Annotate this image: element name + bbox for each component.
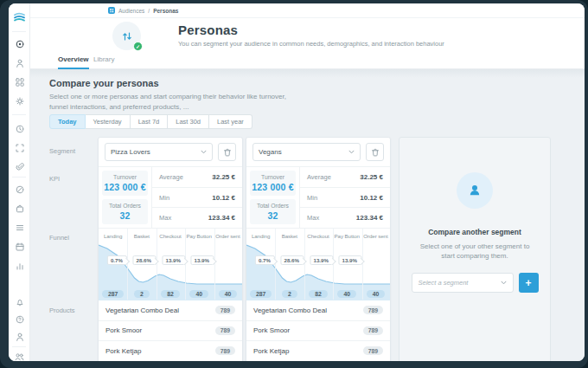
select-segment-dropdown[interactable]: Select a segment [412, 273, 514, 293]
product-count-badge: 789 [363, 306, 383, 314]
sidebar-item-history[interactable] [9, 125, 30, 133]
sidebar-item-statistics[interactable] [9, 261, 30, 270]
segment-select[interactable]: Vegans [252, 143, 361, 161]
funnel-stage: Checkout [156, 229, 184, 242]
funnel-stage: Pay Button [185, 229, 214, 242]
kpi-stat-row: Average32.25 € [300, 167, 390, 188]
sidebar-item-settings[interactable] [9, 97, 30, 106]
sidebar-divider [12, 177, 26, 178]
funnel-counts: 287 2 82 40 40 [246, 287, 390, 300]
filter-last7d[interactable]: Last 7d [131, 114, 169, 129]
kpi-panel: Turnover 123 000 € Total Orders 32 Avera… [99, 166, 242, 228]
product-row: Pork Ketjap789 [99, 340, 242, 361]
kpi-orders-label: Total Orders [252, 203, 294, 209]
sidebar-item-orders[interactable] [9, 223, 30, 232]
tab-bar: Overview Library [30, 52, 585, 69]
funnel-count-pill: 40 [219, 290, 238, 298]
product-name: Pork Smoor [253, 326, 290, 334]
filter-yesterday[interactable]: Yesterday [86, 114, 131, 129]
page-header: ✓ Personas You can segment your audience… [30, 18, 585, 52]
tab-overview[interactable]: Overview [58, 52, 89, 69]
product-row: Pork Smoor789 [99, 320, 242, 341]
stat-label: Average [307, 173, 331, 181]
filter-today[interactable]: Today [49, 114, 86, 129]
sidebar-item-profile[interactable] [9, 332, 30, 341]
breadcrumb-page: Personas [153, 8, 178, 14]
chevron-down-icon [201, 150, 207, 154]
segment-card-header: Vegans [246, 138, 390, 166]
row-label-kpi: KPI [49, 175, 60, 183]
compare-panel-title: Compare another segment [428, 228, 521, 236]
conversion-chip: 13.9% [162, 255, 185, 265]
funnel-stage: Pay Button [333, 229, 361, 242]
segment-select-value: Vegans [259, 148, 282, 156]
conversion-chip: 13.9% [190, 255, 214, 265]
segment-card-header: Pizza Lovers [99, 138, 242, 166]
breadcrumb: Audiences / Personas [108, 7, 178, 14]
funnel-stage: Landing [99, 229, 127, 242]
sidebar-item-products[interactable] [9, 204, 30, 213]
funnel-count-pill: 40 [337, 290, 356, 298]
product-name: Vegetarian Combo Deal [253, 307, 327, 314]
sidebar-item-calendar[interactable] [9, 242, 30, 251]
kpi-turnover: Turnover 123 000 € [250, 171, 296, 196]
filter-last30d[interactable]: Last 30d [168, 114, 209, 129]
stat-value: 32.25 € [360, 173, 383, 181]
breadcrumb-section[interactable]: Audiences [118, 8, 144, 14]
add-segment-button[interactable]: + [519, 273, 539, 293]
verified-check-icon: ✓ [133, 42, 143, 51]
segment-avatar [457, 172, 493, 209]
funnel-stage: Basket [127, 229, 156, 242]
app-logo-icon[interactable] [9, 12, 30, 23]
product-name: Vegetarian Combo Deal [105, 307, 179, 314]
sidebar-item-team[interactable] [9, 352, 30, 361]
funnel-count-pill: 287 [102, 290, 124, 298]
stat-value: 10.12 € [212, 194, 235, 202]
stat-value: 32.25 € [212, 173, 235, 181]
topbar: Audiences / Personas [30, 3, 585, 18]
product-row: Vegetarian Combo Deal789 [246, 300, 390, 320]
sidebar-item-attachments[interactable] [9, 163, 30, 171]
chevron-down-icon [501, 281, 507, 285]
funnel-chart: Landing Basket Checkout Pay Button Order… [99, 228, 242, 300]
sidebar-item-apps-grid[interactable] [9, 78, 30, 87]
product-count-badge: 789 [215, 326, 235, 335]
stat-label: Max [159, 214, 171, 222]
funnel-count-pill: 40 [189, 290, 208, 298]
sidebar-item-dashboard[interactable] [9, 40, 30, 48]
segment-select[interactable]: Pizza Lovers [105, 143, 213, 161]
personas-avatar: ✓ [112, 22, 141, 50]
product-name: Pork Ketjap [253, 347, 289, 355]
conversion-chip: 13.9% [310, 255, 333, 265]
products-list: Vegetarian Combo Deal789 Pork Smoor789 P… [99, 300, 242, 361]
stat-value: 123.34 € [356, 214, 383, 222]
kpi-orders-label: Total Orders [104, 203, 146, 209]
kpi-stats: Average32.25 € Min10.12 € Max123.34 € [152, 167, 242, 228]
product-row: Pork Ketjap789 [246, 340, 390, 361]
filter-lastyear[interactable]: Last year [209, 114, 252, 129]
section-description: Select one or more personas and start co… [49, 92, 286, 113]
kpi-stat-row: Max123.34 € [300, 208, 390, 228]
product-row: Vegetarian Combo Deal789 [99, 361, 242, 362]
sidebar-item-blocked[interactable] [9, 185, 30, 194]
sidebar-item-notifications[interactable] [9, 298, 30, 307]
section-description-line2: funnel interactions, and preferred produ… [49, 102, 286, 113]
stat-value: 123.34 € [208, 214, 235, 222]
sidebar-item-expand[interactable] [9, 144, 30, 152]
stat-value: 10.12 € [360, 194, 383, 202]
sidebar-item-audiences[interactable] [9, 59, 30, 68]
page-subtitle: You can segment your audience in common … [178, 40, 444, 48]
funnel-area-chart: 0.7% 28.6% 13.9% 13.9% [246, 242, 390, 287]
funnel-stage-labels: Landing Basket Checkout Pay Button Order… [246, 229, 390, 242]
stat-label: Max [307, 214, 319, 222]
delete-segment-button[interactable] [218, 143, 236, 161]
conversion-chip: 28.6% [132, 255, 156, 265]
swap-arrows-icon [121, 30, 133, 42]
sidebar-item-help[interactable] [9, 315, 30, 324]
kpi-totals: Turnover 123 000 € Total Orders 32 [99, 167, 152, 228]
tab-library[interactable]: Library [93, 52, 114, 69]
segment-card-vegans: Vegans Turnover 123 000 € Total Orders 3… [246, 137, 391, 361]
funnel-count-pill: 82 [161, 290, 180, 298]
kpi-panel: Turnover 123 000 € Total Orders 32 Avera… [246, 166, 390, 228]
delete-segment-button[interactable] [366, 143, 384, 161]
